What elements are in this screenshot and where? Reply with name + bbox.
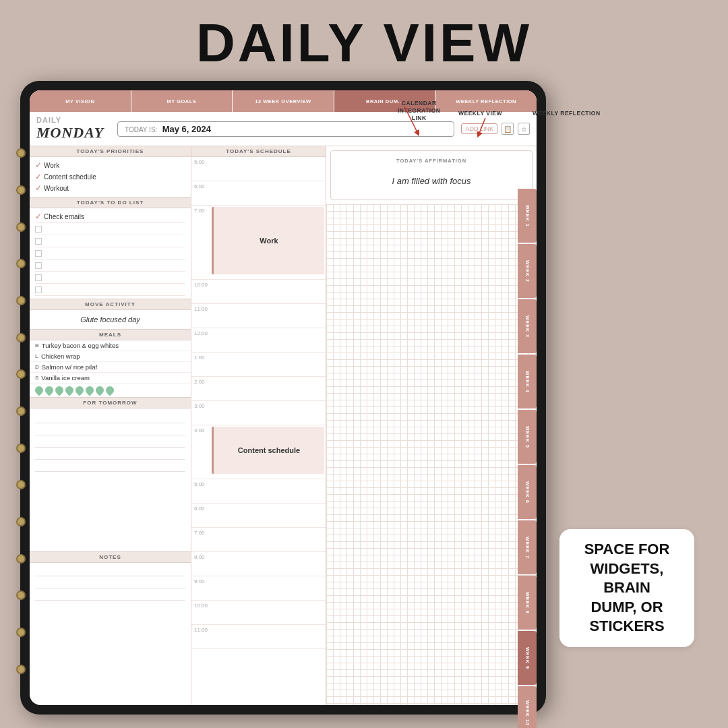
- todo-text-1: Check emails: [44, 213, 84, 220]
- slot-900b: 9:00: [191, 576, 326, 601]
- water-drop-8: [104, 385, 116, 396]
- planner-header: DAILYmonday TODAY IS: May 6, 2024 ADD LI…: [30, 112, 537, 146]
- spiral-ring-11: [16, 517, 26, 526]
- tomorrow-line-1: [35, 411, 185, 423]
- tab-my-vision[interactable]: MY VISION: [30, 90, 131, 112]
- priority-text-2: Content schedule: [44, 173, 96, 181]
- todo-item-7: [35, 284, 185, 296]
- time-1100: 11:00: [191, 304, 210, 314]
- meal-text-s: Vanilla ice cream: [41, 374, 90, 382]
- todo-item-6: [35, 272, 185, 284]
- slot-200: 2:00: [191, 377, 326, 401]
- todo-item-5: [35, 260, 185, 272]
- move-header: MOVE ACTIVITY: [30, 299, 191, 310]
- week-tab-2[interactable]: WEEK 2: [518, 244, 537, 298]
- meal-item-l: L Chicken wrap: [30, 351, 191, 362]
- tomorrow-line-3: [35, 435, 185, 448]
- todo-list: ✓ Check emails: [30, 208, 191, 299]
- todo-check-6: [35, 274, 42, 281]
- move-content: Glute focused day: [30, 310, 191, 329]
- weekly-view-arrow: [472, 115, 512, 142]
- todo-header: TODAY'S TO DO LIST: [30, 198, 191, 208]
- planner-body: TODAY'S PRIORITIES ✓ Work ✓ Content sche…: [30, 146, 537, 705]
- time-300: 3:00: [191, 401, 210, 411]
- todo-item-2: [35, 223, 185, 235]
- meal-label-d: D: [35, 364, 39, 370]
- nav-tabs: MY VISION MY GOALS 12 WEEK OVERVIEW BRAI…: [30, 90, 537, 112]
- time-1000: 10:00: [191, 280, 210, 290]
- day-label: DAILYmonday: [36, 116, 111, 142]
- todo-check-5: [35, 262, 42, 269]
- slot-content-1000: [210, 280, 326, 282]
- slot-1000b: 10:00: [191, 601, 326, 625]
- spiral-ring-8: [16, 406, 26, 416]
- right-column: TODAY'S AFFIRMATION I am filled with foc…: [326, 146, 537, 705]
- tab-12-week[interactable]: 12 WEEK OVERVIEW: [233, 90, 334, 112]
- tomorrow-header: FOR TOMORROW: [30, 398, 191, 408]
- tomorrow-section: FOR TOMORROW: [30, 398, 191, 552]
- spiral-ring-3: [16, 222, 26, 232]
- week-tab-6[interactable]: WEEK 6: [518, 465, 537, 519]
- notes-line-3: [35, 588, 185, 601]
- time-200: 2:00: [191, 377, 210, 387]
- todo-check-3: [35, 238, 42, 245]
- week-tab-5[interactable]: WEEK 5: [518, 410, 537, 464]
- slot-content-100: [210, 353, 326, 355]
- schedule-header: TODAY'S SCHEDULE: [191, 146, 326, 157]
- week-tab-7[interactable]: WEEK 7: [518, 520, 537, 574]
- time-600b: 6:00: [191, 504, 210, 514]
- meal-label-l: L: [35, 353, 38, 359]
- slot-content-500b: [210, 479, 326, 482]
- slot-content-1200: [210, 328, 326, 331]
- slot-1100b: 11:00: [191, 625, 326, 649]
- week-tab-4[interactable]: WEEK 4: [518, 355, 537, 408]
- spiral-ring-13: [16, 590, 26, 600]
- notes-header: NOTES: [30, 552, 191, 563]
- tablet-screen: MY VISION MY GOALS 12 WEEK OVERVIEW BRAI…: [30, 90, 537, 705]
- priorities-list: ✓ Work ✓ Content schedule ✓ Workout: [30, 157, 191, 198]
- affirmation-title: TODAY'S AFFIRMATION: [338, 158, 525, 164]
- spiral-ring-6: [16, 333, 26, 342]
- slot-1100: 11:00: [191, 304, 326, 328]
- week-tab-10[interactable]: WEEK 10: [518, 686, 537, 728]
- affirmation-text: I am filled with focus: [338, 169, 525, 193]
- spiral-ring-4: [16, 259, 26, 268]
- water-drop-4: [64, 385, 75, 396]
- date-value: May 6, 2024: [162, 124, 211, 134]
- slot-500b: 5:00: [191, 479, 326, 504]
- notes-section: NOTES: [30, 552, 191, 706]
- check-icon-2: ✓: [35, 173, 41, 181]
- slot-300: 3:00: [191, 401, 326, 425]
- tomorrow-line-5: [35, 460, 185, 472]
- time-800b: 8:00: [191, 552, 210, 562]
- week-tab-3[interactable]: WEEK 3: [518, 299, 537, 353]
- spiral-ring-2: [16, 185, 26, 195]
- slot-content-600: [210, 181, 326, 184]
- time-900b: 9:00: [191, 576, 210, 586]
- slot-content-600b: [210, 504, 326, 506]
- priority-item-2: ✓ Content schedule: [35, 171, 185, 183]
- week-tab-8[interactable]: WEEK 8: [518, 576, 537, 630]
- water-drop-5: [74, 385, 86, 396]
- spiral-ring-12: [16, 554, 26, 564]
- spiral-ring-15: [16, 665, 26, 674]
- week-tab-9[interactable]: WEEK 9: [518, 631, 537, 685]
- time-600: 6:00: [191, 181, 210, 191]
- meal-text-l: Chicken wrap: [41, 353, 80, 360]
- slot-700b: 7:00: [191, 528, 326, 552]
- week-tab-1[interactable]: WEEK 1: [518, 189, 537, 243]
- meal-text-b: Turkey bacon & egg whites: [42, 342, 119, 349]
- slot-1000: 10:00: [191, 280, 326, 304]
- meal-item-s: S Vanilla ice cream: [30, 373, 191, 384]
- time-1100b: 11:00: [191, 625, 210, 635]
- tab-my-goals[interactable]: MY GOALS: [131, 90, 233, 112]
- left-column: TODAY'S PRIORITIES ✓ Work ✓ Content sche…: [30, 146, 191, 705]
- todo-check-7: [35, 286, 42, 293]
- todo-check-4: [35, 250, 42, 257]
- slot-600: 6:00: [191, 181, 326, 206]
- star-icon-btn[interactable]: ☆: [518, 123, 530, 135]
- priority-text-1: Work: [44, 162, 59, 169]
- time-700: 7:00: [191, 206, 210, 216]
- week-tabs: WEEK 1 WEEK 2 WEEK 3 WEEK 4 WEEK 5 WEEK …: [518, 189, 537, 728]
- tab-weekly-reflection[interactable]: WEEKLY REFLECTION: [435, 90, 537, 112]
